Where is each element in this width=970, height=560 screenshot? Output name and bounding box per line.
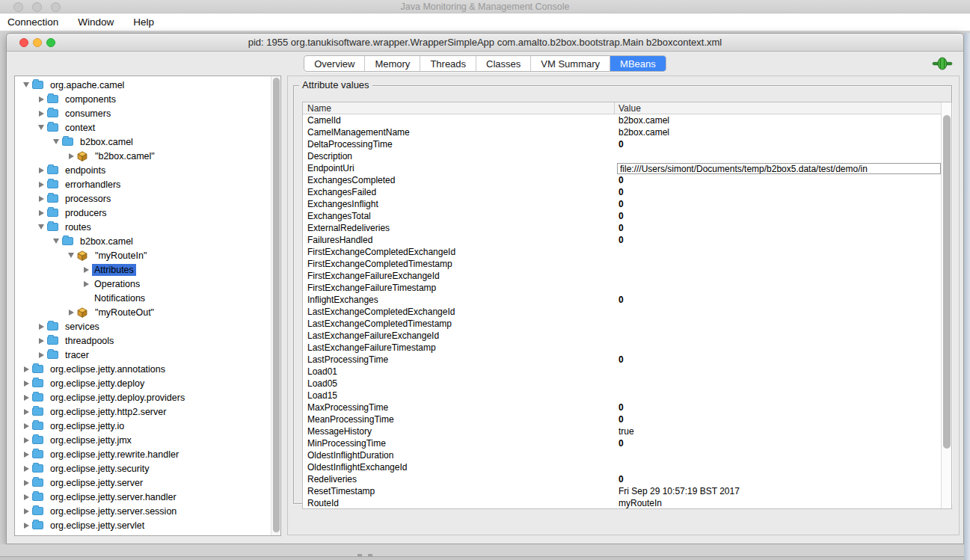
tree-item-label[interactable]: org.eclipse.jetty.server.session (48, 505, 179, 517)
attribute-value-cell[interactable]: 0 (614, 235, 941, 245)
chevron-expanded-icon[interactable] (67, 253, 76, 258)
tree-row[interactable]: org.eclipse.jetty.security (15, 461, 271, 476)
table-row[interactable]: Description (303, 150, 941, 162)
tree-item-label[interactable]: org.eclipse.jetty.annotations (48, 363, 168, 375)
table-header[interactable]: Name Value (303, 102, 941, 114)
menu-item-connection[interactable]: Connection (7, 16, 58, 28)
tree-item-label[interactable]: org.eclipse.jetty.deploy.providers (48, 392, 187, 404)
attribute-name-cell[interactable]: InflightExchanges (303, 295, 614, 305)
tree-item-label[interactable]: Notifications (92, 292, 147, 304)
table-row[interactable]: MaxProcessingTime0 (303, 401, 941, 413)
chevron-collapsed-icon[interactable] (22, 366, 31, 372)
close-icon[interactable] (19, 38, 28, 47)
tree-item-label[interactable]: org.eclipse.jetty.server (48, 477, 145, 489)
chevron-collapsed-icon[interactable] (22, 452, 31, 458)
tree-scrollbar[interactable] (271, 76, 280, 535)
tree-item-label[interactable]: b2box.camel (78, 236, 135, 247)
tree-row[interactable]: "myRouteOut" (15, 305, 271, 319)
chevron-collapsed-icon[interactable] (37, 352, 46, 358)
tree-row[interactable]: producers (15, 206, 271, 220)
chevron-collapsed-icon[interactable] (22, 395, 31, 401)
tree-item-label[interactable]: tracer (63, 349, 91, 361)
attribute-name-cell[interactable]: FirstExchangeFailureTimestamp (303, 283, 614, 293)
tree-row[interactable]: b2box.camel (15, 234, 271, 248)
chevron-collapsed-icon[interactable] (22, 466, 31, 472)
tree-row[interactable]: org.eclipse.jetty.server.handler (15, 490, 271, 504)
zoom-icon[interactable] (46, 38, 55, 47)
table-row[interactable]: MeanProcessingTime0 (303, 413, 941, 425)
attribute-value-cell[interactable]: b2box.camel (614, 127, 941, 138)
chevron-collapsed-icon[interactable] (37, 96, 46, 102)
table-scrollbar-thumb[interactable] (943, 115, 951, 449)
tree-row[interactable]: org.eclipse.jetty.server.session (15, 504, 271, 518)
tree-row[interactable]: org.eclipse.jetty.deploy (15, 376, 271, 390)
tree-row[interactable]: services (15, 319, 271, 333)
tab-overview[interactable]: Overview (304, 56, 365, 71)
menu-item-help[interactable]: Help (133, 16, 154, 28)
tree-row[interactable]: errorhandlers (15, 177, 271, 191)
tree-scrollbar-thumb[interactable] (273, 78, 280, 532)
tree-row[interactable]: components (15, 92, 271, 106)
attribute-value-cell[interactable]: 0 (614, 414, 941, 425)
attribute-name-cell[interactable]: LastProcessingTime (303, 354, 614, 365)
tree-row[interactable]: b2box.camel (15, 135, 271, 149)
attribute-name-cell[interactable]: OldestInflightDuration (303, 450, 614, 461)
connection-plug-icon[interactable] (932, 57, 953, 70)
table-row[interactable]: RouteIdmyRouteIn (303, 497, 941, 509)
table-row[interactable]: CamelManagementNameb2box.camel (303, 126, 941, 138)
attribute-value-editable-box[interactable]: file:///Users/simont/Documents/temp/b2bo… (617, 163, 941, 174)
attribute-name-cell[interactable]: MinProcessingTime (303, 438, 614, 449)
chevron-collapsed-icon[interactable] (82, 267, 90, 273)
tree-row[interactable]: org.eclipse.jetty.rewrite.handler (15, 447, 271, 461)
attribute-name-cell[interactable]: CamelManagementName (303, 127, 614, 138)
tab-mbeans[interactable]: MBeans (610, 56, 666, 71)
tree-row[interactable]: org.eclipse.jetty.annotations (15, 362, 271, 376)
attribute-value-cell[interactable]: 0 (614, 402, 941, 413)
column-header-value[interactable]: Value (618, 103, 641, 114)
table-row[interactable]: LastProcessingTime0 (303, 354, 941, 366)
chevron-collapsed-icon[interactable] (22, 409, 31, 415)
attribute-name-cell[interactable]: ResetTimestamp (303, 486, 614, 496)
attribute-name-cell[interactable]: LastExchangeCompletedTimestamp (303, 319, 614, 329)
tab-classes[interactable]: Classes (476, 56, 531, 71)
tree-item-label[interactable]: consumers (63, 108, 113, 120)
chevron-collapsed-icon[interactable] (22, 494, 31, 500)
chevron-collapsed-icon[interactable] (37, 196, 46, 202)
table-row[interactable]: ExchangesCompleted0 (303, 174, 941, 186)
table-row[interactable]: LastExchangeCompletedTimestamp (303, 318, 941, 330)
tree-item-label[interactable]: threadpools (63, 335, 116, 347)
attribute-value-cell[interactable]: 0 (614, 187, 941, 197)
attribute-name-cell[interactable]: CamelId (303, 115, 614, 126)
table-row[interactable]: LastExchangeFailureTimestamp (303, 342, 941, 354)
table-row[interactable]: ResetTimestampFri Sep 29 10:57:19 BST 20… (303, 485, 941, 497)
tree-row[interactable]: org.apache.camel (15, 78, 271, 92)
tree-row[interactable]: threadpools (15, 333, 271, 348)
attribute-name-cell[interactable]: EndpointUri (303, 163, 614, 173)
table-row[interactable]: ExternalRedeliveries0 (303, 222, 941, 234)
tree-item-label[interactable]: errorhandlers (63, 179, 123, 191)
tree-item-label[interactable]: "myRouteOut" (93, 307, 156, 319)
tab-threads[interactable]: Threads (420, 56, 476, 71)
attribute-name-cell[interactable]: OldestInflightExchangeId (303, 462, 614, 473)
chevron-collapsed-icon[interactable] (37, 324, 46, 330)
chevron-collapsed-icon[interactable] (22, 480, 31, 486)
tree-item-label[interactable]: org.eclipse.jetty.deploy (48, 378, 147, 390)
attribute-name-cell[interactable]: ExchangesTotal (303, 211, 614, 221)
tree-item-label[interactable]: org.eclipse.jetty.http2.server (48, 406, 168, 418)
attribute-value-cell[interactable]: 0 (614, 295, 941, 305)
chevron-collapsed-icon[interactable] (22, 523, 31, 529)
attribute-value-cell[interactable]: 0 (614, 175, 941, 185)
attribute-value-cell[interactable]: 0 (614, 223, 941, 233)
chevron-collapsed-icon[interactable] (22, 381, 31, 387)
table-row[interactable]: FirstExchangeCompletedTimestamp (303, 258, 941, 270)
table-row[interactable]: LastExchangeCompletedExchangeId (303, 306, 941, 318)
chevron-expanded-icon[interactable] (52, 239, 61, 244)
chevron-expanded-icon[interactable] (52, 139, 61, 144)
tree-row[interactable]: org.eclipse.jetty.http2.server (15, 404, 271, 419)
table-row[interactable]: Load15 (303, 390, 941, 401)
tree-row[interactable]: "myRouteIn" (15, 248, 271, 262)
table-row[interactable]: MessageHistorytrue (303, 425, 941, 437)
table-row[interactable]: FirstExchangeCompletedExchangeId (303, 246, 941, 258)
attribute-value-cell[interactable]: Fri Sep 29 10:57:19 BST 2017 (614, 486, 941, 496)
attribute-name-cell[interactable]: FirstExchangeCompletedExchangeId (303, 247, 614, 257)
